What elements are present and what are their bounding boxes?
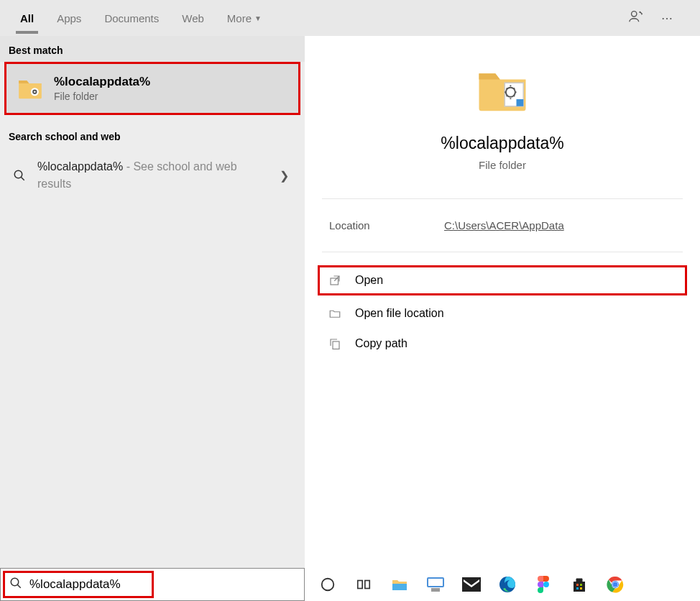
file-explorer-icon[interactable] xyxy=(390,574,410,595)
tab-web[interactable]: Web xyxy=(170,3,216,34)
edge-icon[interactable] xyxy=(497,574,517,595)
svg-line-3 xyxy=(21,177,24,180)
chevron-down-icon: ▼ xyxy=(254,14,262,22)
svg-point-9 xyxy=(11,578,19,586)
svg-point-1 xyxy=(31,88,39,96)
svg-rect-22 xyxy=(576,587,579,589)
svg-point-0 xyxy=(632,12,637,17)
preview-folder-icon xyxy=(474,62,530,118)
divider xyxy=(322,252,683,252)
tab-apps[interactable]: Apps xyxy=(45,3,93,34)
feedback-icon[interactable] xyxy=(628,9,644,27)
folder-open-icon xyxy=(328,307,342,320)
chrome-icon[interactable] xyxy=(605,574,625,595)
svg-rect-17 xyxy=(462,577,481,592)
tab-more[interactable]: More ▼ xyxy=(216,3,273,34)
action-copy-path[interactable]: Copy path xyxy=(318,329,687,359)
action-open-location[interactable]: Open file location xyxy=(318,298,687,329)
svg-rect-20 xyxy=(576,584,579,586)
chevron-right-icon[interactable]: ❯ xyxy=(275,169,293,183)
open-icon xyxy=(328,274,342,287)
svg-point-11 xyxy=(322,579,334,591)
store-icon[interactable] xyxy=(569,574,589,595)
svg-rect-7 xyxy=(331,278,339,285)
tabs-bar: All Apps Documents Web More ▼ ⋯ xyxy=(0,0,700,36)
action-open-location-label: Open file location xyxy=(355,307,444,320)
search-icon xyxy=(11,169,27,182)
svg-rect-21 xyxy=(580,584,582,586)
svg-rect-8 xyxy=(333,341,339,349)
best-match-header: Best match xyxy=(0,36,305,62)
best-match-result[interactable]: %localappdata% File folder xyxy=(4,62,300,115)
copy-icon xyxy=(328,337,342,350)
preview-panel: %localappdata% File folder Location C:\U… xyxy=(305,36,700,568)
svg-point-2 xyxy=(14,170,22,178)
svg-rect-12 xyxy=(358,581,362,589)
svg-rect-16 xyxy=(431,588,440,592)
best-match-title: %localappdata% xyxy=(54,75,150,89)
action-open-label: Open xyxy=(355,274,383,287)
svg-rect-15 xyxy=(428,579,443,586)
results-panel: Best match %localappdata% File folder Se… xyxy=(0,36,305,568)
preview-subtitle: File folder xyxy=(319,159,686,171)
svg-point-27 xyxy=(613,582,618,587)
svg-point-19 xyxy=(543,582,549,587)
folder-icon xyxy=(17,75,44,102)
svg-rect-23 xyxy=(580,587,582,589)
web-result[interactable]: %localappdata% - See school and web resu… xyxy=(0,148,305,203)
search-input[interactable] xyxy=(29,577,295,592)
divider xyxy=(322,198,683,199)
location-path[interactable]: C:\Users\ACER\AppData xyxy=(444,219,564,231)
more-options-icon[interactable]: ⋯ xyxy=(661,12,674,25)
action-copy-path-label: Copy path xyxy=(355,337,407,350)
cortana-icon[interactable] xyxy=(318,574,338,595)
school-web-header: Search school and web xyxy=(0,121,305,148)
svg-line-10 xyxy=(17,584,21,588)
svg-rect-13 xyxy=(365,581,369,589)
preview-title: %localappdata% xyxy=(319,134,686,153)
mail-icon[interactable] xyxy=(461,574,482,595)
app-icon-1[interactable] xyxy=(425,574,446,595)
tab-more-label: More xyxy=(227,12,252,24)
search-box[interactable] xyxy=(0,568,305,601)
web-result-query: %localappdata% xyxy=(37,160,123,173)
search-icon xyxy=(9,577,22,592)
svg-rect-6 xyxy=(517,99,524,106)
taskbar xyxy=(305,568,700,601)
action-open[interactable]: Open xyxy=(318,265,687,295)
tab-all[interactable]: All xyxy=(9,3,45,34)
location-label: Location xyxy=(329,219,444,231)
task-view-icon[interactable] xyxy=(354,574,374,595)
figma-icon[interactable] xyxy=(533,574,553,595)
tab-documents[interactable]: Documents xyxy=(93,3,170,34)
best-match-subtitle: File folder xyxy=(54,91,150,102)
